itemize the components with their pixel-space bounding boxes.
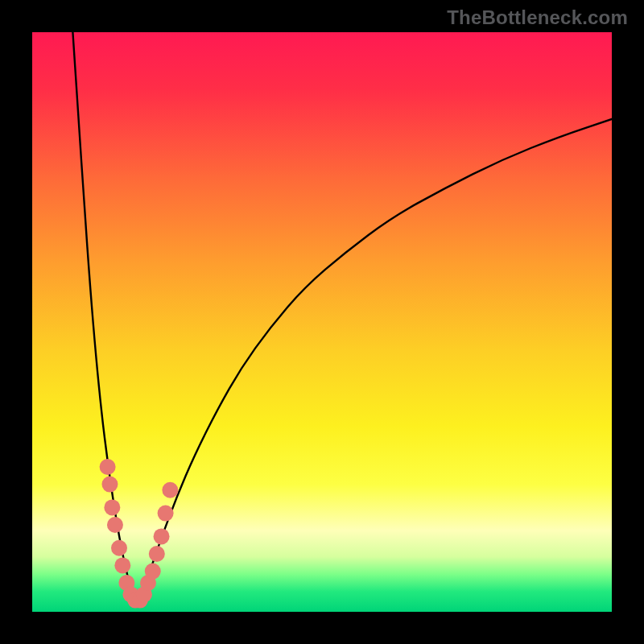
scatter-dot bbox=[100, 459, 116, 475]
scatter-dot bbox=[104, 499, 120, 515]
scatter-dot bbox=[111, 540, 127, 556]
watermark-text: TheBottleneck.com bbox=[447, 6, 628, 29]
scatter-dots bbox=[100, 459, 179, 609]
curve-left bbox=[72, 32, 136, 606]
scatter-dot bbox=[107, 517, 123, 533]
scatter-dot bbox=[114, 557, 130, 573]
scatter-dot bbox=[154, 528, 170, 544]
curve-layer bbox=[32, 32, 612, 612]
chart-frame: TheBottleneck.com bbox=[0, 0, 644, 644]
scatter-dot bbox=[101, 477, 118, 493]
curve-right bbox=[137, 119, 612, 606]
plot-area bbox=[32, 32, 612, 612]
scatter-dot bbox=[149, 546, 165, 562]
scatter-dot bbox=[145, 564, 161, 580]
scatter-dot bbox=[162, 482, 178, 498]
scatter-dot bbox=[158, 506, 174, 522]
